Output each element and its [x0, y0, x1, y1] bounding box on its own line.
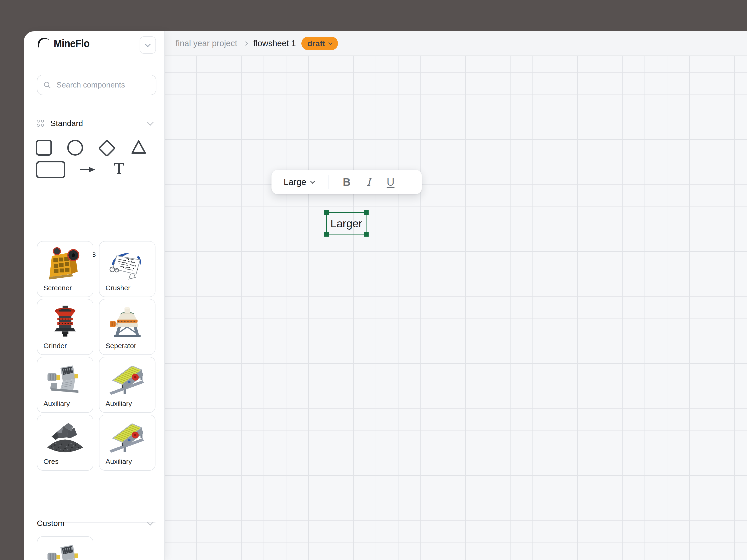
divider	[37, 231, 155, 231]
chevron-down-icon	[328, 41, 332, 45]
grinding-mill-thumbnail	[37, 302, 93, 339]
chevron-down-icon	[310, 179, 315, 184]
card-label: Ores	[44, 458, 59, 465]
card-label: Auxiliary	[105, 400, 132, 408]
status-badge[interactable]: draft	[301, 37, 338, 50]
standard-section-title: Standard	[50, 119, 83, 128]
component-card-grinder[interactable]: Grinder	[37, 299, 93, 355]
custom-section-title: Custom	[37, 519, 65, 528]
shape-circle[interactable]	[67, 140, 83, 156]
breadcrumb-sheet[interactable]: flowsheet 1	[253, 38, 296, 48]
chevron-down-icon	[145, 41, 151, 47]
components-grid: Screener	[37, 241, 155, 471]
component-card-crusher[interactable]: Crusher	[99, 241, 155, 297]
vibrating-screen-thumbnail	[99, 418, 155, 455]
cone-separator-thumbnail	[99, 302, 155, 339]
search-input[interactable]	[56, 80, 156, 89]
sidebar: MineFlo Standard T	[24, 31, 165, 560]
component-card-auxiliary-2[interactable]: Auxiliary	[99, 357, 155, 413]
font-size-dropdown[interactable]: Large	[284, 177, 314, 187]
resize-handle-top-right[interactable]	[364, 210, 368, 215]
component-card-ores[interactable]: Ores	[37, 415, 93, 471]
card-label: Screener	[44, 284, 72, 292]
card-label: Seperator	[105, 342, 136, 350]
vibrating-screen-thumbnail	[99, 359, 155, 397]
custom-card[interactable]	[37, 536, 93, 560]
selected-text-value[interactable]: Larger	[327, 213, 366, 234]
shape-diamond[interactable]	[98, 139, 116, 157]
underline-button[interactable]: U	[382, 173, 400, 191]
app-title: MineFlo	[54, 37, 89, 50]
resize-handle-bottom-left[interactable]	[324, 232, 329, 237]
component-card-seperator[interactable]: Seperator	[99, 299, 155, 355]
canvas-header: final year project flowsheet 1 draft	[164, 31, 747, 56]
shape-triangle[interactable]	[130, 139, 147, 156]
italic-button[interactable]: I	[360, 173, 378, 191]
canvas-grid[interactable]	[164, 56, 747, 560]
hammer-mill-thumbnail	[37, 539, 93, 560]
component-card-screener[interactable]: Screener	[37, 241, 93, 297]
shape-rectangle[interactable]	[36, 161, 66, 178]
crusher-schematic-thumbnail	[99, 244, 155, 281]
resize-handle-top-left[interactable]	[324, 210, 329, 215]
mineflo-logo-icon	[37, 35, 50, 50]
app-window: MineFlo Standard T	[0, 0, 747, 560]
shape-arrow[interactable]	[79, 166, 96, 173]
component-card-auxiliary-3[interactable]: Auxiliary	[99, 415, 155, 471]
drag-handle-icon	[37, 120, 44, 127]
jaw-crusher-thumbnail	[37, 244, 93, 281]
ore-pile-thumbnail	[37, 418, 93, 455]
sidebar-collapse-button[interactable]	[139, 36, 156, 54]
shape-text-tool[interactable]: T	[111, 160, 127, 179]
font-size-value: Large	[284, 177, 306, 187]
selected-text-element[interactable]: Larger	[326, 212, 366, 235]
breadcrumb-project[interactable]: final year project	[176, 38, 237, 48]
chevron-right-icon	[243, 41, 248, 46]
chevron-down-icon	[147, 519, 154, 526]
card-label: Auxiliary	[44, 400, 70, 408]
text-format-toolbar: Large B I U	[272, 170, 422, 194]
search-box	[37, 75, 156, 95]
bold-button[interactable]: B	[338, 173, 356, 191]
toolbar-divider	[328, 175, 329, 189]
card-label: Auxiliary	[105, 458, 132, 465]
component-card-auxiliary-1[interactable]: Auxiliary	[37, 357, 93, 413]
chevron-down-icon	[147, 119, 154, 126]
resize-handle-bottom-right[interactable]	[364, 232, 368, 237]
status-badge-label: draft	[307, 39, 325, 48]
card-label: Grinder	[44, 342, 67, 350]
custom-section-header[interactable]: Custom	[37, 518, 155, 528]
canvas-area: final year project flowsheet 1 draft Lar…	[164, 31, 747, 560]
shape-rounded-square[interactable]	[36, 140, 52, 156]
search-icon	[43, 81, 51, 89]
card-label: Crusher	[105, 284, 130, 292]
standard-section-header[interactable]: Standard	[37, 118, 155, 128]
hammer-mill-thumbnail	[37, 359, 93, 397]
